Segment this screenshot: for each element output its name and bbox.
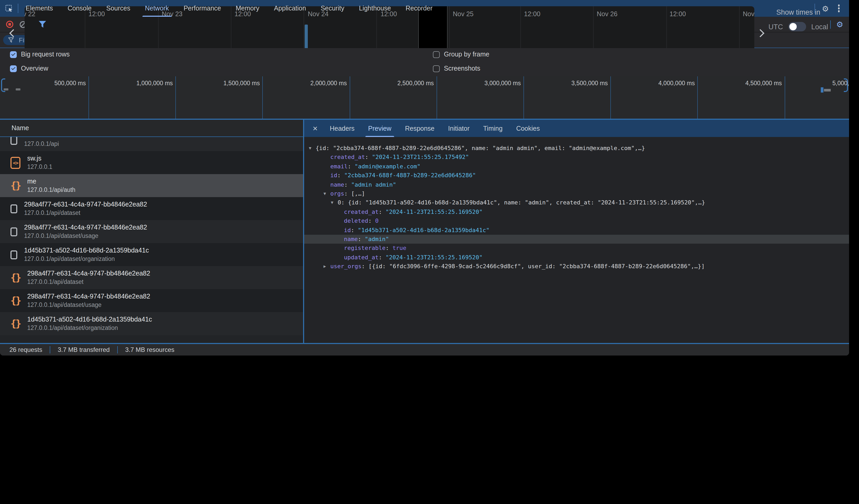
json-p: :: [378, 208, 386, 215]
request-name: 1d45b371-a502-4d16-b68d-2a1359bda41c: [24, 246, 149, 255]
option-big-request-rows[interactable]: Big request rows: [10, 51, 70, 58]
request-url: 127.0.0.1/api/dataset/organization: [27, 324, 152, 332]
json-line[interactable]: email: "admin@example.com": [304, 162, 849, 171]
tab-elements[interactable]: Elements: [18, 0, 60, 17]
request-row[interactable]: 298a4f77-e631-4c4a-9747-bb4846e2ea82127.…: [0, 220, 303, 243]
request-detail-tab-bar: × HeadersPreviewResponseInitiatorTimingC…: [304, 120, 849, 137]
request-row[interactable]: 127.0.0.1/api: [0, 137, 303, 151]
json-line[interactable]: name: "admin": [304, 235, 849, 244]
json-line[interactable]: ▼0: {id: "1d45b371-a502-4d16-b68d-2a1359…: [304, 199, 849, 208]
doc-file-icon: [11, 227, 17, 236]
tab-lighthouse[interactable]: Lighthouse: [351, 0, 398, 17]
detail-tab-headers[interactable]: Headers: [323, 120, 361, 137]
json-line[interactable]: name: "admin admin": [304, 180, 849, 189]
detail-tab-response[interactable]: Response: [398, 120, 441, 137]
tab-security[interactable]: Security: [313, 0, 351, 17]
json-k: updated_at: [344, 254, 378, 261]
request-row[interactable]: {}298a4f77-e631-4c4a-9747-bb4846e2ea8212…: [0, 289, 303, 312]
json-p: {id: "2cbba374-688f-4887-b289-22e6d06452…: [316, 145, 645, 152]
funnel-icon: [8, 37, 14, 43]
request-row[interactable]: {}me127.0.0.1/api/auth: [0, 174, 303, 197]
request-url: 127.0.0.1/api/dataset/usage: [24, 232, 147, 240]
checkbox[interactable]: [10, 51, 17, 58]
json-p: :: [351, 227, 358, 233]
requests-table-header[interactable]: Name: [0, 120, 303, 137]
network-settings-gear-icon[interactable]: ⚙: [836, 20, 843, 28]
request-name: 298a4f77-e631-4c4a-9747-bb4846e2ea82: [24, 223, 147, 232]
overview-time-tick: 3,000,000 ms: [484, 80, 521, 86]
json-line[interactable]: deleted: 0: [304, 217, 849, 225]
request-row[interactable]: {}298a4f77-e631-4c4a-9747-bb4846e2ea8212…: [0, 266, 303, 289]
option-label: Overview: [21, 65, 48, 72]
tab-sources[interactable]: Sources: [99, 0, 138, 17]
tab-network[interactable]: Network: [138, 0, 177, 17]
json-k: id: [330, 172, 337, 179]
tab-console[interactable]: Console: [60, 0, 99, 17]
request-url: 127.0.0.1/api/dataset/organization: [24, 255, 149, 263]
json-k: email: [330, 163, 348, 170]
name-column-header[interactable]: Name: [12, 124, 29, 132]
tab-performance[interactable]: Performance: [176, 0, 228, 17]
json-line[interactable]: id: "1d45b371-a502-4d16-b68d-2a1359bda41…: [304, 225, 849, 235]
json-line[interactable]: registerable: true: [304, 244, 849, 253]
inspect-element-icon[interactable]: [5, 4, 13, 12]
utc-label[interactable]: UTC: [768, 23, 783, 31]
checkbox[interactable]: [433, 65, 440, 72]
json-line[interactable]: updated_at: "2024-11-23T21:55:25.169520": [304, 253, 849, 262]
json-line[interactable]: ▶user_orgs: [{id: "6fdc3096-6ffe-4298-9c…: [304, 262, 849, 271]
utc-local-toggle[interactable]: [788, 22, 806, 31]
record-network-log-button[interactable]: [6, 20, 14, 28]
json-line[interactable]: id: "2cbba374-688f-4887-b289-22e6d064528…: [304, 171, 849, 180]
detail-tab-cookies[interactable]: Cookies: [509, 120, 546, 137]
json-line[interactable]: created_at: "2024-11-23T21:55:25.169520": [304, 207, 849, 217]
option-group-by-frame[interactable]: Group by frame: [433, 51, 489, 58]
doc-file-icon: [11, 204, 17, 213]
option-overview[interactable]: Overview: [10, 65, 48, 72]
json-s: "1d45b371-a502-4d16-b68d-2a1359bda41c": [358, 227, 489, 233]
json-k: deleted: [344, 218, 368, 224]
json-line[interactable]: ▼{id: "2cbba374-688f-4887-b289-22e6d0645…: [304, 144, 849, 153]
json-p: :: [386, 245, 393, 252]
json-p: :: [344, 181, 351, 188]
request-text: 127.0.0.1/api: [24, 140, 59, 148]
tab-recorder[interactable]: Recorder: [398, 0, 440, 17]
network-overview-strip[interactable]: 500,000 ms1,000,000 ms1,500,000 ms2,000,…: [0, 76, 849, 120]
collapsed-arrow-icon[interactable]: ▶: [323, 262, 326, 271]
json-line[interactable]: ▼orgs: [,…]: [304, 189, 849, 199]
request-row[interactable]: 1d45b371-a502-4d16-b68d-2a1359bda41c127.…: [0, 243, 303, 266]
json-s: "admin": [365, 236, 389, 242]
expanded-arrow-icon[interactable]: ▼: [323, 189, 326, 199]
requests-table: Name 127.0.0.1/api<>sw.js127.0.0.1{}me12…: [0, 120, 303, 343]
braces-file-icon: {}: [11, 318, 20, 330]
detail-tab-initiator[interactable]: Initiator: [441, 120, 476, 137]
overview-request-mark: [4, 88, 9, 91]
option-screenshots[interactable]: Screenshots: [433, 65, 480, 72]
detail-tab-preview[interactable]: Preview: [361, 120, 398, 137]
detail-tab-timing[interactable]: Timing: [476, 120, 509, 137]
json-p: :: [337, 172, 344, 179]
overview-gridline: [89, 76, 89, 119]
expanded-arrow-icon[interactable]: ▼: [331, 199, 333, 208]
overview-gridline: [611, 76, 611, 119]
request-text: 298a4f77-e631-4c4a-9747-bb4846e2ea82127.…: [27, 269, 150, 286]
overview-request-mark-blue: [821, 87, 824, 93]
request-row[interactable]: <>sw.js127.0.0.1: [0, 151, 303, 174]
request-row[interactable]: {}1d45b371-a502-4d16-b68d-2a1359bda41c12…: [0, 312, 303, 335]
close-detail-icon[interactable]: ×: [307, 124, 323, 133]
json-line[interactable]: created_at: "2024-11-23T21:55:25.175492": [304, 153, 849, 162]
request-row[interactable]: 298a4f77-e631-4c4a-9747-bb4846e2ea82127.…: [0, 197, 303, 220]
devtools-tabs-list: ElementsConsoleSourcesNetworkPerformance…: [18, 0, 440, 17]
json-preview-tree[interactable]: ▼{id: "2cbba374-688f-4887-b289-22e6d0645…: [304, 137, 849, 343]
local-label[interactable]: Local: [811, 23, 828, 31]
json-b: true: [392, 245, 406, 252]
expanded-arrow-icon[interactable]: ▼: [309, 144, 312, 153]
show-times-title: Show times in: [760, 9, 837, 16]
checkbox[interactable]: [10, 65, 17, 72]
tab-memory[interactable]: Memory: [228, 0, 267, 17]
timeline-axis-label: 12:00: [524, 11, 541, 18]
devtools-more-menu-icon[interactable]: [838, 7, 840, 10]
overview-gridline: [524, 76, 524, 119]
devtools-panel: ElementsConsoleSourcesNetworkPerformance…: [0, 0, 849, 356]
tab-application[interactable]: Application: [267, 0, 313, 17]
checkbox[interactable]: [433, 51, 440, 58]
